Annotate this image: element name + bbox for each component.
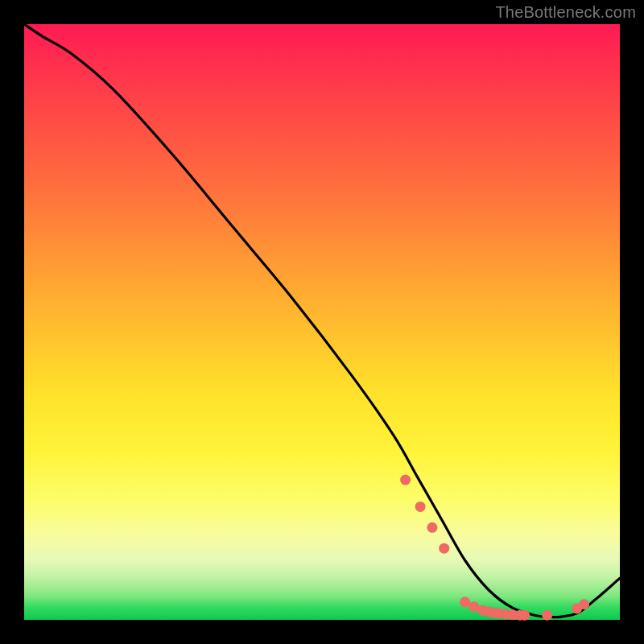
plot-area	[24, 24, 620, 620]
curve-marker	[519, 610, 530, 621]
curve-marker	[415, 502, 426, 512]
curve-marker	[400, 475, 411, 485]
curve-layer	[24, 24, 620, 620]
attribution-text: TheBottleneck.com	[495, 3, 636, 22]
curve-marker	[579, 599, 589, 609]
curve-marker	[427, 522, 437, 533]
curve-marker	[439, 543, 449, 554]
curve-marker	[542, 610, 552, 621]
chart-frame: TheBottleneck.com	[0, 0, 644, 644]
bottleneck-curve	[24, 24, 620, 617]
